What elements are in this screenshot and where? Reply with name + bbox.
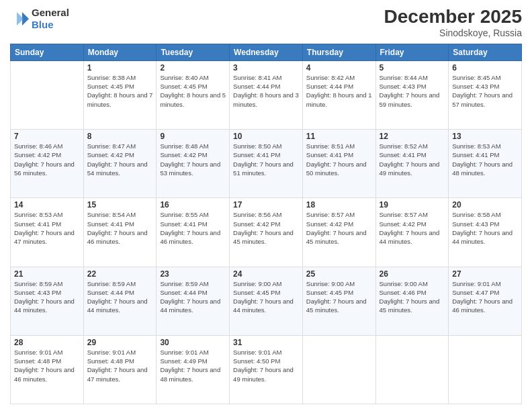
day-cell: 8Sunrise: 8:47 AMSunset: 4:42 PMDaylight… <box>83 130 157 198</box>
day-cell: 15Sunrise: 8:54 AMSunset: 4:41 PMDayligh… <box>83 198 157 267</box>
day-info: Sunrise: 8:46 AMSunset: 4:42 PMDaylight:… <box>14 142 80 177</box>
day-info: Sunrise: 9:01 AMSunset: 4:50 PMDaylight:… <box>233 348 299 383</box>
logo-blue: Blue <box>32 19 69 31</box>
day-info: Sunrise: 9:00 AMSunset: 4:45 PMDaylight:… <box>306 279 372 315</box>
day-number: 31 <box>233 338 299 347</box>
day-info: Sunrise: 9:01 AMSunset: 4:49 PMDaylight:… <box>160 348 226 383</box>
weekday-header-row: SundayMondayTuesdayWednesdayThursdayFrid… <box>11 44 522 60</box>
day-info: Sunrise: 8:57 AMSunset: 4:42 PMDaylight:… <box>380 210 445 246</box>
day-cell: 19Sunrise: 8:57 AMSunset: 4:42 PMDayligh… <box>375 198 449 267</box>
week-row-0: 1Sunrise: 8:38 AMSunset: 4:45 PMDaylight… <box>11 60 522 129</box>
logo-general: General <box>32 7 69 19</box>
day-number: 21 <box>14 269 80 279</box>
day-number: 19 <box>380 200 445 210</box>
location: Sinodskoye, Russia <box>384 28 522 38</box>
day-cell: 1Sunrise: 8:38 AMSunset: 4:45 PMDaylight… <box>83 60 157 129</box>
day-cell: 7Sunrise: 8:46 AMSunset: 4:42 PMDaylight… <box>11 130 84 198</box>
day-info: Sunrise: 8:58 AMSunset: 4:43 PMDaylight:… <box>452 210 518 246</box>
day-number: 26 <box>380 269 445 279</box>
day-info: Sunrise: 8:59 AMSunset: 4:43 PMDaylight:… <box>14 279 80 315</box>
day-info: Sunrise: 9:01 AMSunset: 4:48 PMDaylight:… <box>14 348 80 383</box>
day-number: 16 <box>160 200 226 210</box>
title-area: December 2025 Sinodskoye, Russia <box>384 7 522 38</box>
day-cell: 29Sunrise: 9:01 AMSunset: 4:48 PMDayligh… <box>83 335 157 404</box>
day-info: Sunrise: 8:40 AMSunset: 4:45 PMDaylight:… <box>160 73 226 109</box>
logo-icon <box>10 9 29 28</box>
day-cell: 2Sunrise: 8:40 AMSunset: 4:45 PMDaylight… <box>157 60 230 129</box>
weekday-header-saturday: Saturday <box>449 44 522 60</box>
day-info: Sunrise: 8:38 AMSunset: 4:45 PMDaylight:… <box>87 73 153 109</box>
header: General Blue December 2025 Sinodskoye, R… <box>10 7 522 38</box>
day-number: 9 <box>160 132 226 141</box>
day-info: Sunrise: 8:59 AMSunset: 4:44 PMDaylight:… <box>87 279 153 315</box>
day-info: Sunrise: 8:54 AMSunset: 4:41 PMDaylight:… <box>87 210 153 246</box>
day-info: Sunrise: 8:48 AMSunset: 4:42 PMDaylight:… <box>160 142 226 177</box>
day-cell: 4Sunrise: 8:42 AMSunset: 4:44 PMDaylight… <box>302 60 375 129</box>
day-info: Sunrise: 8:41 AMSunset: 4:44 PMDaylight:… <box>233 73 299 109</box>
day-info: Sunrise: 8:56 AMSunset: 4:42 PMDaylight:… <box>233 210 299 246</box>
day-info: Sunrise: 8:53 AMSunset: 4:41 PMDaylight:… <box>452 142 518 177</box>
day-info: Sunrise: 8:51 AMSunset: 4:41 PMDaylight:… <box>306 142 372 177</box>
day-cell <box>375 335 449 404</box>
day-cell: 23Sunrise: 8:59 AMSunset: 4:44 PMDayligh… <box>157 267 230 335</box>
day-cell: 3Sunrise: 8:41 AMSunset: 4:44 PMDaylight… <box>230 60 303 129</box>
week-row-2: 14Sunrise: 8:53 AMSunset: 4:41 PMDayligh… <box>11 198 522 267</box>
day-number: 18 <box>306 200 372 210</box>
day-cell: 26Sunrise: 9:00 AMSunset: 4:46 PMDayligh… <box>375 267 449 335</box>
day-number: 5 <box>380 63 445 73</box>
day-number: 7 <box>14 132 80 141</box>
day-number: 25 <box>306 269 372 279</box>
day-info: Sunrise: 9:01 AMSunset: 4:48 PMDaylight:… <box>87 348 153 383</box>
day-number: 24 <box>233 269 299 279</box>
day-cell: 22Sunrise: 8:59 AMSunset: 4:44 PMDayligh… <box>83 267 157 335</box>
weekday-header-tuesday: Tuesday <box>157 44 230 60</box>
weekday-header-thursday: Thursday <box>302 44 375 60</box>
day-cell: 21Sunrise: 8:59 AMSunset: 4:43 PMDayligh… <box>11 267 84 335</box>
day-cell: 11Sunrise: 8:51 AMSunset: 4:41 PMDayligh… <box>302 130 375 198</box>
day-info: Sunrise: 8:44 AMSunset: 4:43 PMDaylight:… <box>380 73 445 109</box>
day-number: 30 <box>160 338 226 347</box>
day-number: 12 <box>380 132 445 141</box>
day-info: Sunrise: 8:57 AMSunset: 4:42 PMDaylight:… <box>306 210 372 246</box>
day-cell: 27Sunrise: 9:01 AMSunset: 4:47 PMDayligh… <box>449 267 522 335</box>
day-number: 20 <box>452 200 518 210</box>
day-cell: 28Sunrise: 9:01 AMSunset: 4:48 PMDayligh… <box>11 335 84 404</box>
logo-text: General Blue <box>32 7 69 31</box>
weekday-header-friday: Friday <box>375 44 449 60</box>
day-number: 1 <box>87 63 153 73</box>
day-number: 4 <box>306 63 372 73</box>
logo-area: General Blue <box>10 7 69 31</box>
day-cell: 6Sunrise: 8:45 AMSunset: 4:43 PMDaylight… <box>449 60 522 129</box>
day-number: 28 <box>14 338 80 347</box>
day-cell: 9Sunrise: 8:48 AMSunset: 4:42 PMDaylight… <box>157 130 230 198</box>
day-info: Sunrise: 9:00 AMSunset: 4:46 PMDaylight:… <box>380 279 445 315</box>
calendar-table: SundayMondayTuesdayWednesdayThursdayFrid… <box>10 44 522 404</box>
day-info: Sunrise: 8:47 AMSunset: 4:42 PMDaylight:… <box>87 142 153 177</box>
day-info: Sunrise: 8:52 AMSunset: 4:41 PMDaylight:… <box>380 142 445 177</box>
day-info: Sunrise: 9:00 AMSunset: 4:45 PMDaylight:… <box>233 279 299 315</box>
day-cell: 31Sunrise: 9:01 AMSunset: 4:50 PMDayligh… <box>230 335 303 404</box>
day-number: 2 <box>160 63 226 73</box>
day-number: 23 <box>160 269 226 279</box>
weekday-header-wednesday: Wednesday <box>230 44 303 60</box>
day-number: 27 <box>452 269 518 279</box>
day-cell: 20Sunrise: 8:58 AMSunset: 4:43 PMDayligh… <box>449 198 522 267</box>
day-cell: 25Sunrise: 9:00 AMSunset: 4:45 PMDayligh… <box>302 267 375 335</box>
weekday-header-sunday: Sunday <box>11 44 84 60</box>
day-cell: 12Sunrise: 8:52 AMSunset: 4:41 PMDayligh… <box>375 130 449 198</box>
day-cell: 17Sunrise: 8:56 AMSunset: 4:42 PMDayligh… <box>230 198 303 267</box>
day-cell: 30Sunrise: 9:01 AMSunset: 4:49 PMDayligh… <box>157 335 230 404</box>
day-number: 29 <box>87 338 153 347</box>
calendar-page: General Blue December 2025 Sinodskoye, R… <box>0 0 532 411</box>
day-info: Sunrise: 8:45 AMSunset: 4:43 PMDaylight:… <box>452 73 518 109</box>
day-cell: 5Sunrise: 8:44 AMSunset: 4:43 PMDaylight… <box>375 60 449 129</box>
day-number: 15 <box>87 200 153 210</box>
day-info: Sunrise: 8:59 AMSunset: 4:44 PMDaylight:… <box>160 279 226 315</box>
day-info: Sunrise: 8:53 AMSunset: 4:41 PMDaylight:… <box>14 210 80 246</box>
day-info: Sunrise: 9:01 AMSunset: 4:47 PMDaylight:… <box>452 279 518 315</box>
month-title: December 2025 <box>384 7 522 28</box>
day-cell: 10Sunrise: 8:50 AMSunset: 4:41 PMDayligh… <box>230 130 303 198</box>
day-number: 3 <box>233 63 299 73</box>
week-row-4: 28Sunrise: 9:01 AMSunset: 4:48 PMDayligh… <box>11 335 522 404</box>
day-info: Sunrise: 8:55 AMSunset: 4:41 PMDaylight:… <box>160 210 226 246</box>
